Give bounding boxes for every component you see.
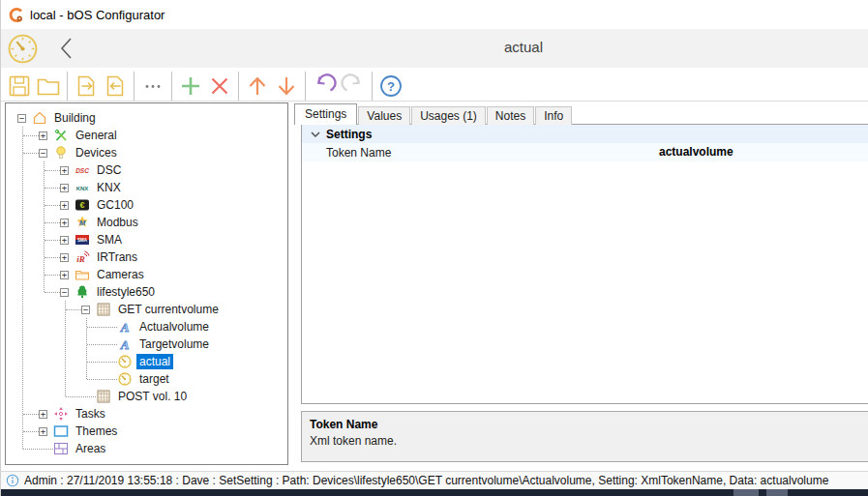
tree-item-cameras[interactable]: +Cameras (6, 266, 287, 283)
collapse-toggle-icon[interactable]: − (60, 288, 69, 297)
svg-text:A: A (120, 337, 130, 352)
setting-value-field[interactable]: actualvolume (659, 145, 733, 159)
add-button[interactable] (177, 73, 204, 100)
more-icon (140, 73, 165, 99)
tree-item-lifestyle650[interactable]: −lifestyle650 (6, 283, 287, 301)
tree-item-knx[interactable]: +KNXKNX (6, 179, 287, 196)
tree-item-label: Tasks (73, 406, 108, 422)
window-title: local - bOS Configurator (30, 8, 165, 22)
expand-toggle-icon[interactable]: + (60, 166, 69, 175)
tree-item-irtrans[interactable]: +iRIRTrans (6, 248, 287, 266)
tree-item-gc100[interactable]: +€GC100 (6, 196, 287, 214)
header-bar: actual (1, 29, 868, 68)
tree-item-tasks[interactable]: +Tasks (6, 405, 287, 423)
tree-item-dsc[interactable]: +DSCDSC (6, 161, 287, 179)
description-text: Xml token name. (310, 434, 863, 448)
tree-connector (45, 275, 60, 276)
expand-toggle-icon[interactable]: + (39, 131, 47, 140)
expand-toggle-icon[interactable]: + (39, 427, 47, 436)
expand-toggle-icon[interactable]: + (60, 184, 69, 192)
tree-item-get-currentvolume[interactable]: −GET currentvolume (6, 301, 287, 318)
move-down-button[interactable] (273, 73, 300, 100)
tree-connector (87, 327, 117, 328)
gauge-icon (117, 371, 133, 387)
tab-info[interactable]: Info (535, 106, 572, 125)
tree-item-label: Themes (73, 423, 120, 439)
delete-button[interactable] (206, 73, 233, 100)
collapse-toggle-icon[interactable]: − (17, 114, 26, 123)
undo-button[interactable] (311, 73, 338, 100)
more-button[interactable] (139, 73, 166, 100)
expand-toggle-icon[interactable]: + (60, 219, 69, 227)
redo-button[interactable] (340, 73, 367, 100)
setting-row-token-name[interactable]: Token Name actualvolume (302, 143, 868, 161)
tree-connector (45, 292, 60, 293)
expand-toggle-icon[interactable]: + (60, 236, 69, 245)
save-button[interactable] (6, 73, 33, 100)
import-icon (103, 73, 128, 99)
setting-label: Token Name (326, 146, 391, 160)
move-up-icon (245, 73, 270, 99)
svg-text:KNX: KNX (76, 186, 89, 191)
svg-text:?: ? (387, 78, 395, 93)
back-button[interactable] (55, 35, 80, 62)
expand-toggle-icon[interactable]: + (60, 201, 69, 210)
tree-item-modbus[interactable]: +MModbus (6, 214, 287, 231)
tree-item-label: Cameras (94, 267, 147, 282)
app-logo-icon (8, 7, 24, 23)
tab-settings[interactable]: Settings (294, 103, 357, 125)
tree-item-label: Actualvolume (136, 319, 212, 335)
settings-group-label: Settings (326, 128, 372, 141)
collapse-toggle-icon[interactable]: − (81, 306, 90, 314)
tree-connector (45, 240, 60, 241)
tree-item-target[interactable]: target (6, 370, 287, 388)
tab-notes[interactable]: Notes (487, 106, 534, 125)
tree-connector (23, 414, 39, 415)
tree-item-areas[interactable]: Areas (6, 440, 287, 457)
description-title: Token Name (310, 418, 863, 431)
tree-item-post-vol-10[interactable]: POST vol. 10 (6, 388, 287, 405)
move-down-icon (274, 73, 299, 99)
tab-values[interactable]: Values (358, 106, 410, 125)
chevron-down-icon (308, 127, 323, 142)
tree-item-actualvolume[interactable]: AActualvolume (6, 318, 287, 336)
tree-connector (23, 431, 39, 432)
export-icon (74, 73, 99, 99)
building-icon (32, 110, 47, 126)
tree-item-label: GC100 (94, 197, 136, 213)
tree-item-actual[interactable]: actual (6, 353, 287, 370)
tree-item-label: lifestyle650 (94, 284, 158, 300)
toolbar: ? (1, 70, 868, 102)
open-button[interactable] (35, 73, 62, 100)
tree-connector (87, 379, 117, 380)
irtrans-icon: iR (75, 249, 90, 265)
tree-item-building[interactable]: −Building (6, 109, 287, 127)
tab-usages-1[interactable]: Usages (1) (411, 106, 486, 125)
collapse-toggle-icon[interactable]: − (39, 149, 47, 158)
sma-icon: SMA (75, 232, 90, 248)
status-message: Admin : 27/11/2019 13:55:18 : Dave : Set… (24, 474, 828, 487)
expand-toggle-icon[interactable]: + (39, 410, 47, 419)
expand-toggle-icon[interactable]: + (60, 271, 69, 279)
tree-item-general[interactable]: +General (6, 127, 287, 144)
status-bar: Admin : 27/11/2019 13:55:18 : Dave : Set… (1, 471, 868, 489)
tree-item-label: Devices (73, 145, 120, 160)
undo-icon (312, 73, 337, 99)
tree-item-sma[interactable]: +SMASMA (6, 231, 287, 248)
svg-text:iR: iR (76, 254, 85, 264)
tree-item-targetvolume[interactable]: ATargetvolume (6, 336, 287, 353)
svg-text:DSC: DSC (75, 167, 89, 174)
gauge-icon (117, 354, 133, 369)
tree-item-label: GET currentvolume (115, 302, 222, 317)
export-button[interactable] (73, 73, 100, 100)
import-button[interactable] (102, 73, 129, 100)
tree-item-themes[interactable]: +Themes (6, 423, 287, 440)
help-button[interactable]: ? (377, 73, 404, 100)
toolbar-separator (67, 72, 68, 101)
tree-connector (23, 135, 39, 136)
expand-toggle-icon[interactable]: + (60, 253, 69, 262)
tasks-icon (53, 406, 69, 422)
tree-item-devices[interactable]: −Devices (6, 144, 287, 161)
settings-group-header[interactable]: Settings (302, 125, 868, 143)
move-up-button[interactable] (244, 73, 271, 100)
